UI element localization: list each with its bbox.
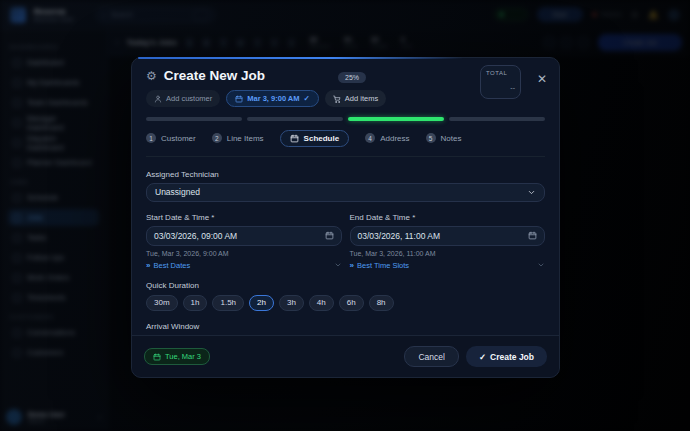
start-date-input[interactable]: 03/03/2026, 09:00 AM	[146, 226, 342, 246]
check-icon: ✓	[304, 94, 310, 103]
cart-icon	[333, 95, 341, 103]
check-icon: ✓	[479, 352, 486, 362]
progress-segment-active	[348, 117, 444, 121]
start-date-label: Start Date & Time *	[146, 213, 342, 222]
gear-icon: ⚙	[146, 70, 157, 82]
progress-segment	[247, 117, 343, 121]
total-value: --	[486, 84, 515, 91]
duration-chip-30m[interactable]: 30m	[146, 295, 178, 311]
end-date-input[interactable]: 03/03/2026, 11:00 AM	[350, 226, 546, 246]
duration-chip-1h[interactable]: 1h	[183, 295, 208, 311]
step-progress-bar	[146, 117, 545, 121]
scheduled-date-button[interactable]: Mar 3, 9:00 AM ✓	[226, 90, 319, 107]
assigned-technician-select[interactable]: Unassigned	[146, 183, 545, 202]
double-chevron-icon: »	[350, 261, 354, 270]
chevron-down-icon[interactable]	[537, 261, 545, 269]
arrival-window-label: Arrival Window	[146, 322, 545, 331]
step-notes[interactable]: 5 Notes	[426, 133, 462, 143]
duration-chip-4h[interactable]: 4h	[309, 295, 334, 311]
wizard-steps: 1 Customer 2 Line Items Schedule 4 Addre…	[146, 130, 545, 157]
modal-title: Create New Job	[164, 68, 265, 83]
end-date-helper: Tue, Mar 3, 2026, 11:00 AM	[350, 250, 546, 257]
calendar-picker-icon[interactable]	[528, 231, 537, 240]
assigned-technician-label: Assigned Technician	[146, 170, 545, 179]
start-date-helper: Tue, Mar 3, 2026, 9:00 AM	[146, 250, 342, 257]
total-label: TOTAL	[486, 70, 515, 76]
progress-segment	[146, 117, 242, 121]
duration-chip-1-5h[interactable]: 1.5h	[212, 295, 244, 311]
total-box: TOTAL --	[480, 65, 521, 99]
person-icon	[154, 95, 162, 103]
chevron-down-icon[interactable]	[334, 261, 342, 269]
step-address[interactable]: 4 Address	[365, 133, 409, 143]
step-line-items[interactable]: 2 Line Items	[212, 133, 264, 143]
duration-chip-8h[interactable]: 8h	[369, 295, 394, 311]
duration-chip-2h-selected[interactable]: 2h	[249, 295, 274, 311]
duration-chip-3h[interactable]: 3h	[279, 295, 304, 311]
close-icon[interactable]: ✕	[537, 73, 547, 85]
calendar-icon	[235, 95, 243, 103]
selected-date-badge: Tue, Mar 3	[144, 348, 210, 365]
cancel-button[interactable]: Cancel	[404, 346, 458, 367]
create-new-job-modal: ⚙ Create New Job 25% TOTAL -- ✕ Add cust…	[131, 57, 560, 378]
calendar-icon	[290, 134, 299, 143]
quick-duration-label: Quick Duration	[146, 281, 545, 290]
best-dates-link[interactable]: » Best Dates	[146, 261, 342, 270]
chevron-down-icon	[527, 188, 536, 197]
duration-chip-6h[interactable]: 6h	[339, 295, 364, 311]
end-date-label: End Date & Time *	[350, 213, 546, 222]
calendar-picker-icon[interactable]	[325, 231, 334, 240]
modal-footer: Tue, Mar 3 Cancel ✓ Create Job	[132, 335, 559, 377]
progress-percent-badge: 25%	[338, 72, 366, 83]
progress-segment	[449, 117, 545, 121]
double-chevron-icon: »	[146, 261, 150, 270]
add-customer-button[interactable]: Add customer	[146, 90, 220, 107]
add-items-button[interactable]: Add items	[325, 90, 386, 107]
quick-duration-chips: 30m 1h 1.5h 2h 3h 4h 6h 8h	[146, 295, 545, 311]
calendar-icon	[153, 353, 161, 361]
best-time-slots-link[interactable]: » Best Time Slots	[350, 261, 546, 270]
app-stage: Reserva Business Suite ⌕ Search Start ⚙ …	[0, 0, 690, 431]
step-customer[interactable]: 1 Customer	[146, 133, 196, 143]
create-job-button[interactable]: ✓ Create Job	[466, 346, 547, 367]
step-schedule-active[interactable]: Schedule	[280, 130, 350, 147]
